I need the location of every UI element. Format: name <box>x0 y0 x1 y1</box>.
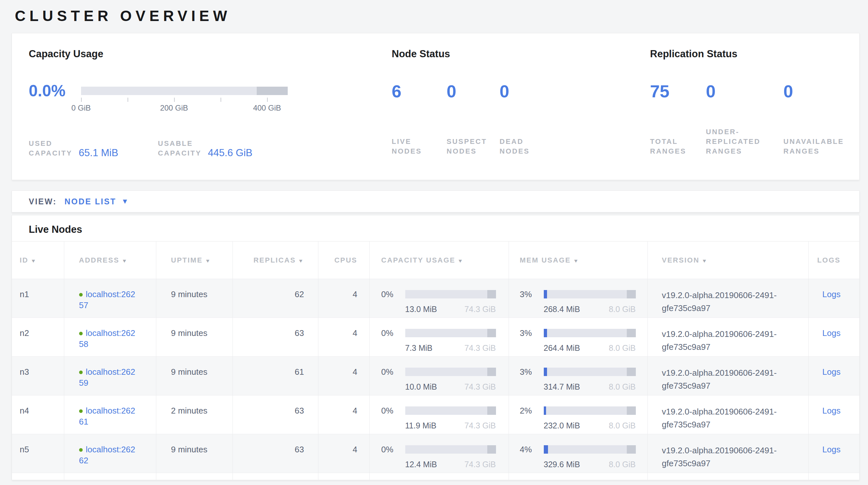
live-node-dot-icon <box>79 332 83 335</box>
capacity-usage-bar <box>405 368 496 376</box>
cpus-value: 4 <box>352 367 357 377</box>
address-link[interactable]: localhost:262 62 <box>79 445 135 465</box>
replication-metric-label-line: UNDER- <box>706 127 783 137</box>
column-header-label: CPUS <box>334 256 357 264</box>
column-header-uptime[interactable]: UPTIME▼ <box>156 241 232 279</box>
capacity-axis-tick <box>267 98 268 102</box>
replication-metric: 0UNAVAILABLERANGES <box>783 81 844 156</box>
replication-metric-label: UNAVAILABLERANGES <box>783 137 844 156</box>
capacity-stat-label: USEDCAPACITY <box>29 139 72 158</box>
capacity-stat-value: 65.1 MiB <box>79 147 118 159</box>
column-header-address[interactable]: ADDRESS▼ <box>64 241 156 279</box>
replicas-cell: 63 <box>232 434 318 473</box>
table-header-row: ID▼ADDRESS▼UPTIME▼REPLICAS▼CPUSCAPACITY … <box>12 241 860 279</box>
capacity-usage-section: Capacity Usage 0.0% 0 GiB200 GiB400 GiB … <box>29 48 392 180</box>
capacity-usage-bar <box>405 445 496 454</box>
version-cell: v19.2.0-alpha.20190606-2491-gfe735c9a97 <box>647 395 808 434</box>
logs-link[interactable]: Logs <box>823 406 841 416</box>
address-link[interactable]: localhost:262 58 <box>79 328 135 349</box>
node-status-metric-value: 6 <box>392 81 446 101</box>
logs-link[interactable]: Logs <box>823 367 841 377</box>
capacity-usage-cell: 0%13.0 MiB74.3 GiB <box>369 279 508 318</box>
uptime-value: 2 minutes <box>171 406 208 416</box>
view-dropdown[interactable]: NODE LIST ▼ <box>65 197 129 206</box>
summary-panel: Capacity Usage 0.0% 0 GiB200 GiB400 GiB … <box>11 33 860 180</box>
uptime-value: 9 minutes <box>171 328 208 338</box>
column-header-label: UPTIME <box>171 256 203 264</box>
column-header-version[interactable]: VERSION▼ <box>647 241 808 279</box>
memory-usage-widget: 4%329.6 MiB8.0 GiB <box>520 444 636 470</box>
cpus-cell: 4 <box>318 318 369 356</box>
page-title: CLUSTER OVERVIEW <box>11 0 860 33</box>
node-status-metric-label-line: NODES <box>392 146 446 156</box>
logs-link[interactable]: Logs <box>823 445 841 454</box>
replication-metric-value: 75 <box>650 81 706 101</box>
capacity-total-value: 74.3 GiB <box>464 342 496 353</box>
capacity-usage-widget: 0%13.0 MiB74.3 GiB <box>381 289 496 315</box>
address-link[interactable]: localhost:262 59 <box>79 367 135 388</box>
mem-usage-cell: 3%314.7 MiB8.0 GiB <box>508 356 647 395</box>
chevron-down-icon: ▼ <box>121 197 129 206</box>
capacity-used-value: 13.0 MiB <box>405 304 437 315</box>
capacity-usage-widget: 0%11.9 MiB74.3 GiB <box>381 405 496 431</box>
column-header-label: CAPACITY USAGE <box>381 256 456 264</box>
replication-metric-label-line: TOTAL <box>650 137 706 146</box>
column-header-capacity-usage[interactable]: CAPACITY USAGE▼ <box>369 241 508 279</box>
capacity-usage-chart: 0 GiB200 GiB400 GiB <box>81 87 288 95</box>
memory-total-value: 8.0 GiB <box>609 381 636 392</box>
capacity-usage-percent: 0% <box>381 289 405 300</box>
live-nodes-table: ID▼ADDRESS▼UPTIME▼REPLICAS▼CPUSCAPACITY … <box>12 241 860 480</box>
cpus-cell: 4 <box>318 279 369 318</box>
memory-used-value: 232.0 MiB <box>544 420 580 431</box>
column-header-replicas[interactable]: REPLICAS▼ <box>232 241 318 279</box>
address-cell: localhost:262 62 <box>64 434 156 473</box>
logs-link[interactable]: Logs <box>823 289 841 299</box>
memory-usage-reserved-segment <box>627 406 636 415</box>
table-row-partial <box>12 473 860 481</box>
table-row: n5localhost:262 629 minutes6340%12.4 MiB… <box>12 434 860 473</box>
logs-link[interactable]: Logs <box>823 328 841 338</box>
capacity-total-value: 74.3 GiB <box>464 420 496 431</box>
node-id: n4 <box>20 406 29 416</box>
memory-usage-widget: 3%314.7 MiB8.0 GiB <box>520 366 636 392</box>
capacity-usage-title: Capacity Usage <box>29 48 392 60</box>
uptime-cell: 9 minutes <box>156 279 232 318</box>
column-header-id[interactable]: ID▼ <box>12 241 64 279</box>
uptime-value: 9 minutes <box>171 445 208 454</box>
memory-used-value: 268.4 MiB <box>544 304 580 315</box>
capacity-usage-widget: 0%10.0 MiB74.3 GiB <box>381 366 496 392</box>
table-row: n4localhost:262 612 minutes6340%11.9 MiB… <box>12 395 860 434</box>
capacity-usage-cell: 0%10.0 MiB74.3 GiB <box>369 356 508 395</box>
address-link[interactable]: localhost:262 57 <box>79 289 135 310</box>
mem-usage-cell: 3%264.4 MiB8.0 GiB <box>508 318 647 356</box>
version-cell: v19.2.0-alpha.20190606-2491-gfe735c9a97 <box>647 356 808 395</box>
replicas-value: 63 <box>295 406 304 416</box>
capacity-stats: USEDCAPACITY65.1 MiBUSABLECAPACITY445.6 … <box>29 139 392 158</box>
memory-usage-used-segment <box>544 406 547 415</box>
address-link[interactable]: localhost:262 61 <box>79 406 135 426</box>
memory-total-value: 8.0 GiB <box>609 304 636 315</box>
node-status-metric-value: 0 <box>500 81 530 101</box>
capacity-axis-tick-label: 200 GiB <box>160 104 188 113</box>
capacity-used-value: 12.4 MiB <box>405 459 437 470</box>
replication-status-section: Replication Status 75TOTALRANGES0UNDER-R… <box>650 48 859 180</box>
live-node-dot-icon <box>79 371 83 374</box>
logs-cell: Logs <box>808 395 860 434</box>
capacity-percent: 0.0% <box>29 82 81 100</box>
column-header-mem-usage[interactable]: MEM USAGE▼ <box>508 241 647 279</box>
replicas-value: 61 <box>295 367 304 377</box>
node-status-metric-label: LIVENODES <box>392 137 446 156</box>
replication-metric-label-line: RANGES <box>706 146 783 156</box>
capacity-axis-tick-label: 400 GiB <box>253 104 281 113</box>
column-header-label: ADDRESS <box>79 256 120 264</box>
column-header-label: LOGS <box>817 256 841 264</box>
logs-cell: Logs <box>808 279 860 318</box>
address-cell: localhost:262 61 <box>64 395 156 434</box>
capacity-stat-label-line: CAPACITY <box>29 148 72 158</box>
sort-caret-icon: ▼ <box>31 258 37 263</box>
memory-usage-percent: 2% <box>520 405 544 416</box>
version-cell: v19.2.0-alpha.20190606-2491-gfe735c9a97 <box>647 279 808 318</box>
memory-usage-percent: 3% <box>520 289 544 300</box>
capacity-total-value: 74.3 GiB <box>464 459 496 470</box>
node-id-cell: n3 <box>12 356 64 395</box>
